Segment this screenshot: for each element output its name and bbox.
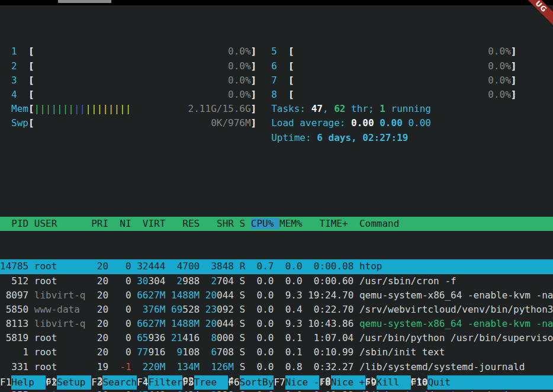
column-header-command[interactable]: Command	[359, 218, 399, 229]
text-segment: 0.00	[380, 117, 408, 128]
fkey-label-text: Kill	[377, 375, 411, 390]
process-row-8113[interactable]: 8113 libvirt-q 20 0 6627M 1488M 20044 S …	[0, 317, 553, 331]
meter-open-bracket: [	[288, 88, 294, 102]
meter-fill	[34, 44, 228, 59]
fkey-F2[interactable]: F2Setup	[46, 375, 91, 390]
text-segment	[165, 304, 171, 315]
column-header-virt[interactable]: VIRT	[137, 218, 171, 229]
meter-close-bracket: ]	[251, 116, 257, 130]
fkey-F3[interactable]: F3Search	[91, 375, 137, 390]
text-segment: /srv/webvirtcloud/venv/bin/python3	[359, 304, 553, 315]
text-segment: 10:43.86	[308, 318, 359, 329]
function-key-bar: F1Help F2Setup F3SearchF4FilterF5Tree F6…	[0, 375, 553, 390]
table-header-row: PID USER PRI NI VIRT RES SHR S CPU% MEM%…	[0, 217, 553, 231]
meter-close-bracket: ]	[251, 88, 257, 102]
blank-line	[11, 131, 256, 145]
text-segment: 376M	[137, 304, 165, 315]
text-segment: 20	[91, 304, 114, 315]
column-header-user[interactable]: USER	[34, 218, 91, 229]
fkey-F7[interactable]: F7Nice -	[274, 375, 319, 390]
meter-open-bracket: [	[288, 44, 294, 59]
process-row-5819[interactable]: 5819 root 20 0 65936 21416 8000 S 0.0 0.…	[0, 331, 553, 345]
htop-terminal-window: UG 1 [0.0%]2 [0.0%]3 [0.0%]4 [0.0%]Mem[|…	[0, 0, 553, 392]
fkey-F6[interactable]: F6SortBy	[228, 375, 274, 390]
window-top-strip	[0, 0, 553, 5]
text-segment: 1:07.04	[308, 332, 359, 343]
meter-value: 0.0%	[488, 59, 511, 73]
text-segment: S	[240, 346, 251, 358]
fkey-F5[interactable]: F5Tree	[182, 375, 228, 390]
text-segment: 092	[217, 304, 240, 315]
meter-value: 2.11G/15.6G	[188, 102, 251, 116]
meter-value: 0.0%	[488, 73, 511, 88]
process-row-14785[interactable]: 14785 root 20 0 32444 4700 3848 R 0.7 0.…	[0, 259, 553, 274]
text-segment	[234, 361, 240, 372]
process-row-512[interactable]: 512 root 20 0 30304 2988 2704 S 0.0 0.0 …	[0, 274, 553, 288]
text-segment: 228	[217, 390, 240, 392]
column-header-pid[interactable]: PID	[0, 218, 34, 229]
meter-fill: |||||||||||||||||	[34, 102, 188, 116]
meter-close-bracket: ]	[511, 44, 517, 59]
meter-close-bracket: ]	[511, 88, 517, 102]
fkey-F1[interactable]: F1Help	[0, 375, 46, 390]
text-segment: 0:32.27	[308, 361, 359, 372]
column-header-cpu[interactable]: CPU%	[251, 218, 279, 229]
text-segment: 1	[380, 103, 385, 114]
meter-open-bracket: [	[28, 116, 34, 130]
text-segment: libvirt-q	[34, 290, 91, 301]
process-row-8097[interactable]: 8097 libvirt-q 20 0 6627M 1488M 20044 S …	[0, 288, 553, 303]
text-segment: S	[240, 304, 251, 315]
meters-panel: 1 [0.0%]2 [0.0%]3 [0.0%]4 [0.0%]Mem[||||…	[0, 44, 553, 144]
text-segment: htop	[359, 261, 382, 272]
load-average: Load average: 0.00 0.00 0.00	[271, 116, 516, 130]
text-segment: 0	[114, 390, 137, 392]
text-segment: 708	[217, 346, 240, 358]
meter-close-bracket: ]	[251, 44, 257, 59]
fkey-F4[interactable]: F4Filter	[137, 375, 182, 390]
fkey-label-text: SortBy	[240, 375, 274, 390]
cpu-meter-6: 6 [0.0%]	[271, 59, 516, 73]
fkey-F10[interactable]: F10Quit	[411, 375, 462, 390]
text-segment: /sbin/init text	[359, 346, 445, 358]
fkey-label-key: F2	[46, 375, 57, 390]
text-segment: 20	[91, 275, 114, 287]
text-segment: S	[240, 275, 251, 287]
fkey-F8[interactable]: F8Nice +	[319, 375, 365, 390]
column-header-pri[interactable]: PRI	[91, 218, 114, 229]
text-segment: Uptime:	[271, 132, 317, 143]
fkey-label-text: Setup	[57, 375, 91, 390]
text-segment: root	[34, 361, 91, 372]
fkey-label-text: Filter	[148, 375, 182, 390]
column-header-time[interactable]: TIME+	[308, 218, 359, 229]
text-segment: 9.3	[279, 318, 308, 329]
text-segment: 20	[91, 290, 114, 301]
text-segment: Load average:	[271, 117, 351, 128]
column-header-s[interactable]: S	[240, 218, 251, 229]
meter-open-bracket: [	[28, 59, 34, 73]
text-segment: S	[240, 290, 251, 301]
text-segment: 416	[182, 332, 205, 343]
text-segment: 6	[205, 346, 217, 358]
text-segment: 0	[114, 290, 137, 301]
text-segment: qemu-system-x86_64 -enable-kvm -na	[359, 318, 553, 329]
column-header-shr[interactable]: SHR	[205, 218, 240, 229]
process-row-331[interactable]: 331 root 19 -1 220M 134M 126M S 0.0 0.8 …	[0, 360, 553, 374]
process-row-1[interactable]: 1 root 20 0 77916 9108 6708 S 0.0 0.1 0:…	[0, 345, 553, 359]
text-segment: S	[240, 318, 251, 329]
column-header-res[interactable]: RES	[171, 218, 205, 229]
meter-value: 0.0%	[488, 88, 511, 102]
text-segment: root	[34, 332, 91, 343]
text-segment: 20	[91, 332, 114, 343]
column-header-mem[interactable]: MEM%	[279, 218, 308, 229]
text-segment: 0.0	[279, 390, 308, 392]
text-segment: 47	[311, 103, 323, 114]
text-segment: 47	[137, 390, 148, 392]
meter-fill	[294, 59, 488, 73]
text-segment: 126M	[205, 361, 234, 372]
text-segment: 9	[171, 346, 182, 358]
text-segment: S	[240, 361, 251, 372]
fkey-F9[interactable]: F9Kill	[365, 375, 411, 390]
text-segment: /lib/systemd/systemd-udevd	[359, 390, 507, 392]
column-header-ni[interactable]: NI	[114, 218, 137, 229]
process-row-5850[interactable]: 5850 www-data 20 0 376M 69528 23092 S 0.…	[0, 303, 553, 317]
